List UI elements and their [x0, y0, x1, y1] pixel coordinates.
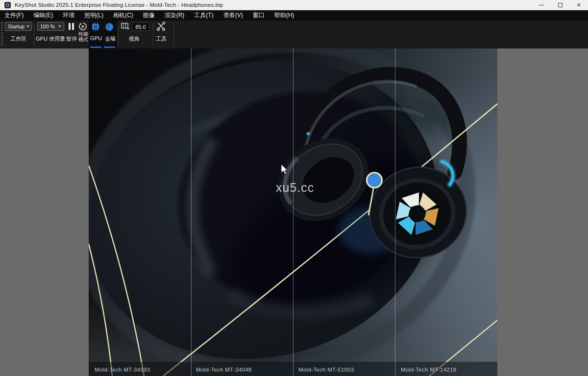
pause-label: 暂停	[65, 35, 78, 43]
toolbar-separator	[153, 23, 153, 46]
menu-help[interactable]: 帮助(H)	[270, 10, 299, 21]
realtime-3d-viewport[interactable]: Mold-Tech MT-34193 Mold-Tech MT-34048 Mo…	[89, 48, 497, 376]
denoise-label: 去噪	[103, 35, 117, 43]
maximize-button[interactable]	[551, 0, 569, 10]
menu-file[interactable]: 文件(F)	[0, 10, 28, 21]
workspace-label: 工作区	[5, 35, 32, 43]
menu-bar: 文件(F) 编辑(E) 环境 照明(L) 相机(C) 图像 渲染(R) 工具(T…	[0, 10, 588, 21]
close-icon: ✕	[576, 2, 581, 8]
close-button[interactable]: ✕	[569, 0, 588, 10]
menu-image[interactable]: 图像	[138, 10, 160, 21]
toolbar-separator	[118, 23, 119, 46]
main-area: www.xu5.cc	[0, 48, 588, 376]
title-bar: KeyShot Studio 2025.1 Enterprise Floatin…	[0, 0, 588, 10]
menu-camera[interactable]: 相机(C)	[108, 10, 138, 21]
menu-view[interactable]: 查看(V)	[219, 10, 248, 21]
gpu-active-underline	[90, 47, 101, 48]
ribbon-toolbar: Startup 工作区 100 % GPU 使用量 暂停 P 性能模式	[0, 21, 588, 48]
material-label: Mold-Tech MT-34193	[95, 367, 150, 373]
performance-mode-icon[interactable]: P	[78, 22, 87, 31]
menu-environment[interactable]: 环境	[58, 10, 79, 21]
minimize-icon	[539, 5, 544, 5]
view-angle-field[interactable]: 85.0	[132, 23, 149, 31]
center-watermark: xu5.cc	[276, 181, 314, 194]
pause-icon[interactable]	[68, 23, 75, 30]
svg-text:P: P	[81, 24, 84, 29]
gpu-usage-dropdown[interactable]: 100 %	[37, 22, 64, 31]
gpu-mode-label: GPU	[90, 35, 102, 41]
menu-render[interactable]: 渲染(R)	[160, 10, 190, 21]
maximize-icon	[558, 3, 563, 7]
menu-edit[interactable]: 编辑(E)	[28, 10, 58, 21]
material-label: Mold-Tech MT-51003	[298, 367, 354, 373]
material-label: Mold-Tech MT-14218	[401, 367, 456, 373]
performance-mode-label: 性能模式	[78, 32, 89, 42]
denoise-icon[interactable]	[105, 23, 114, 31]
gpu-chip-icon[interactable]	[91, 23, 100, 31]
chevron-down-icon	[26, 25, 29, 27]
denoise-active-underline	[104, 47, 115, 48]
keyshot-logo-icon	[4, 2, 11, 8]
material-pin-icon[interactable]	[367, 173, 382, 188]
chevron-down-icon	[58, 25, 61, 27]
window-title: KeyShot Studio 2025.1 Enterprise Floatin…	[15, 2, 223, 8]
render-canvas[interactable]: Mold-Tech MT-34193 Mold-Tech MT-34048 Mo…	[89, 48, 497, 376]
workspace-value: Startup	[8, 24, 24, 29]
window-controls: ✕	[532, 0, 588, 10]
tools-label: 工具	[154, 35, 168, 43]
left-yoke-accent	[307, 132, 310, 136]
keyshot-window: KeyShot Studio 2025.1 Enterprise Floatin…	[0, 0, 588, 376]
material-label: Mold-Tech MT-34048	[196, 367, 251, 373]
minimize-button[interactable]	[532, 0, 551, 10]
menu-tools[interactable]: 工具(T)	[189, 10, 218, 21]
gpu-usage-label: GPU 使用量	[33, 35, 68, 43]
tools-scissors-icon[interactable]	[156, 22, 166, 31]
toolbar-drag-handle[interactable]	[1, 23, 3, 47]
menu-lighting[interactable]: 照明(L)	[79, 10, 108, 21]
toolbar-separator	[173, 23, 174, 46]
view-angle-icon[interactable]	[121, 23, 130, 30]
workspace-dropdown[interactable]: Startup	[5, 22, 32, 31]
menu-window[interactable]: 窗口	[248, 10, 270, 21]
view-angle-label: 视角	[124, 35, 145, 43]
gpu-usage-value: 100 %	[40, 24, 55, 29]
